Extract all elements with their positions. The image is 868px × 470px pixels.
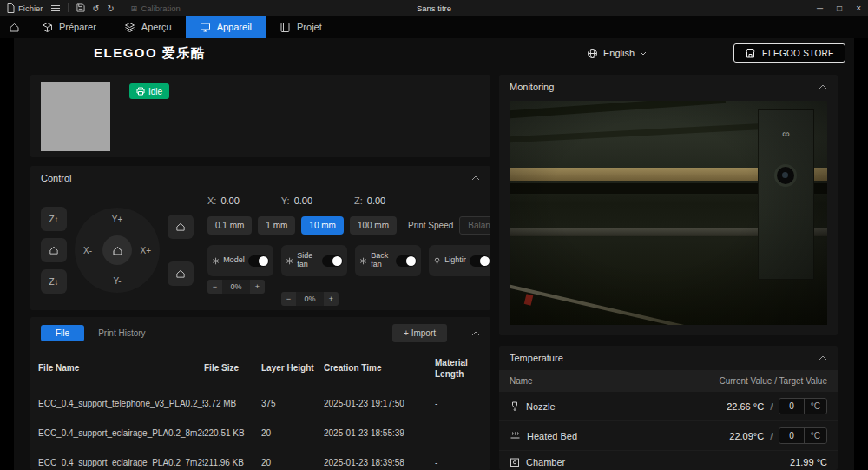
tab-print-history[interactable]: Print History bbox=[98, 328, 145, 338]
y-plus-button[interactable]: Y+ bbox=[112, 215, 123, 224]
control-title: Control bbox=[41, 173, 71, 183]
time-cell: 2025-01-23 18:55:39 bbox=[324, 428, 435, 438]
tab-file[interactable]: File bbox=[41, 325, 84, 341]
status-badge: Idle bbox=[129, 83, 169, 99]
side-fan-group: Side fan − 0% + bbox=[281, 245, 347, 306]
home-icon bbox=[175, 268, 186, 279]
printer-status-panel: Idle bbox=[30, 75, 490, 157]
content-columns: Idle Control Z↑ bbox=[14, 68, 854, 470]
plus-button[interactable]: + bbox=[250, 280, 265, 294]
step-size-row: 0.1 mm 1 mm 10 mm 100 mm Print Speed Bal… bbox=[207, 216, 490, 235]
minus-button[interactable]: − bbox=[281, 292, 296, 306]
close-button[interactable]: × bbox=[856, 3, 861, 13]
light-icon bbox=[433, 256, 441, 266]
fan-icon bbox=[359, 256, 367, 266]
nozzle-icon bbox=[510, 401, 520, 412]
menu-icon[interactable] bbox=[51, 4, 60, 12]
home-button[interactable] bbox=[0, 16, 28, 38]
preview-icon bbox=[124, 22, 135, 33]
y-minus-button[interactable]: Y- bbox=[113, 276, 121, 286]
z-coord-value: 0.00 bbox=[367, 195, 385, 206]
language-label: English bbox=[603, 48, 635, 58]
tab-preparer-label: Préparer bbox=[59, 22, 96, 32]
tab-appareil[interactable]: Appareil bbox=[186, 16, 266, 38]
redo-icon[interactable]: ↻ bbox=[107, 3, 114, 13]
layer-cell: 20 bbox=[261, 428, 324, 438]
undo-icon[interactable]: ↺ bbox=[93, 3, 100, 13]
side-fan-toggle[interactable] bbox=[322, 255, 343, 267]
heated-bed-target-input[interactable]: 0 °C bbox=[779, 427, 827, 444]
collapse-temperature-button[interactable] bbox=[819, 355, 827, 361]
collapse-control-button[interactable] bbox=[471, 175, 480, 181]
x-minus-button[interactable]: X- bbox=[83, 246, 92, 255]
side-fan-label: Side fan bbox=[297, 252, 319, 269]
model-fan-card[interactable]: Model bbox=[207, 245, 273, 276]
model-fan-toggle[interactable] bbox=[248, 255, 269, 267]
col-material-length: Material Length bbox=[435, 358, 483, 380]
home-icon bbox=[49, 245, 59, 255]
table-row[interactable]: ECC_0.4_support_telephone_v3_PLA0.2_5...… bbox=[30, 388, 490, 418]
tab-projet[interactable]: Projet bbox=[266, 16, 336, 38]
back-fan-toggle[interactable] bbox=[396, 255, 417, 267]
file-tabs: File Print History + Import bbox=[30, 317, 490, 349]
printer-icon bbox=[136, 87, 145, 96]
home-secondary-button[interactable] bbox=[168, 261, 194, 286]
nozzle-current-temp: 22.66 °C bbox=[727, 401, 764, 412]
side-fan-stepper: − 0% + bbox=[281, 292, 339, 306]
app-header: ELEGOO 爱乐酷 English ELEGOO STORE bbox=[14, 38, 854, 68]
x-plus-button[interactable]: X+ bbox=[140, 246, 151, 255]
globe-icon bbox=[587, 48, 598, 59]
celsius-unit: °C bbox=[804, 428, 826, 443]
lighting-card[interactable]: Lighting bbox=[429, 245, 490, 276]
print-speed-select[interactable]: Balanced bbox=[459, 216, 490, 235]
material-cell: - bbox=[435, 458, 483, 467]
side-fan-card[interactable]: Side fan bbox=[281, 245, 347, 276]
home-xy-button[interactable] bbox=[102, 235, 132, 265]
table-row[interactable]: ECC_0.4_support_eclairage_PLA0.2_7m29...… bbox=[30, 447, 490, 470]
table-row[interactable]: ECC_0.4_support_eclairage_PLA0.2_8m2s...… bbox=[30, 418, 490, 447]
minimize-button[interactable]: ─ bbox=[817, 3, 823, 13]
home-all-button[interactable] bbox=[168, 215, 194, 239]
language-selector[interactable]: English bbox=[587, 48, 647, 59]
nozzle-row: Nozzle 22.66 °C / 0 °C bbox=[499, 392, 838, 421]
collapse-files-button[interactable] bbox=[471, 331, 480, 336]
maximize-button[interactable]: □ bbox=[837, 3, 842, 13]
heated-bed-label: Heated Bed bbox=[527, 431, 577, 441]
tab-appareil-label: Appareil bbox=[217, 22, 252, 32]
tab-preparer[interactable]: Préparer bbox=[28, 16, 110, 38]
lighting-toggle[interactable] bbox=[470, 255, 490, 267]
step-1mm-button[interactable]: 1 mm bbox=[258, 216, 295, 235]
collapse-monitoring-button[interactable] bbox=[819, 84, 827, 89]
step-0.1mm-button[interactable]: 0.1 mm bbox=[207, 216, 252, 235]
y-coord-value: 0.00 bbox=[294, 195, 312, 206]
save-icon[interactable] bbox=[76, 3, 85, 12]
tab-apercu[interactable]: Aperçu bbox=[110, 16, 186, 38]
monitoring-title: Monitoring bbox=[510, 82, 554, 92]
col-current-target: Current Value / Target Value bbox=[719, 376, 827, 386]
heated-bed-icon bbox=[510, 431, 521, 441]
position-readout: X:0.00 Y:0.00 Z:0.00 bbox=[207, 195, 490, 206]
minus-button[interactable]: − bbox=[207, 280, 222, 294]
home-z-button[interactable] bbox=[41, 238, 67, 262]
nozzle-target-input[interactable]: 0 °C bbox=[779, 398, 827, 414]
printer-thumbnail bbox=[41, 82, 110, 151]
file-menu[interactable]: Fichier bbox=[7, 3, 43, 13]
file-name-cell: ECC_0.4_support_eclairage_PLA0.2_7m29... bbox=[38, 458, 204, 467]
z-up-button[interactable]: Z↑ bbox=[41, 207, 67, 231]
elegoo-store-button[interactable]: ELEGOO STORE bbox=[733, 43, 845, 63]
time-cell: 2025-01-23 19:17:50 bbox=[324, 399, 435, 408]
import-button[interactable]: + Import bbox=[392, 324, 447, 342]
file-table-header: File Name File Size Layer Height Creatio… bbox=[30, 349, 490, 388]
slash: / bbox=[770, 401, 773, 412]
plus-button[interactable]: + bbox=[324, 292, 339, 306]
calibration-button[interactable]: ⊞ Calibration bbox=[130, 3, 180, 13]
back-fan-card[interactable]: Back fan bbox=[355, 245, 421, 276]
step-10mm-button[interactable]: 10 mm bbox=[301, 216, 344, 235]
layer-cell: 20 bbox=[261, 458, 324, 467]
y-coord-label: Y: bbox=[281, 195, 290, 206]
heated-bed-row: Heated Bed 22.09°C / 0 °C bbox=[499, 421, 838, 451]
step-100mm-button[interactable]: 100 mm bbox=[350, 216, 397, 235]
model-fan-stepper: − 0% + bbox=[207, 280, 265, 294]
col-creation-time: Creation Time bbox=[324, 363, 435, 374]
z-down-button[interactable]: Z↓ bbox=[41, 269, 67, 294]
